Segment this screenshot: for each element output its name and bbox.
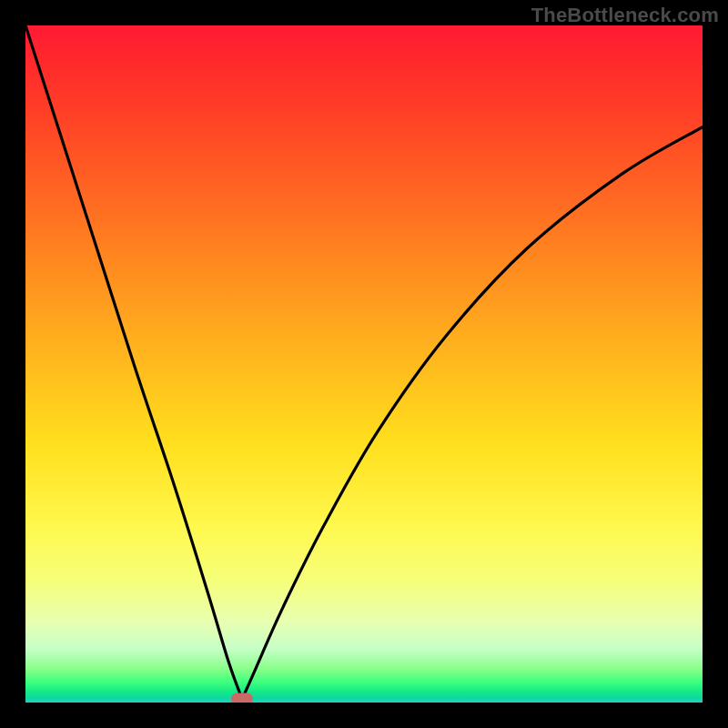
cusp-marker: [231, 693, 253, 703]
chart-frame: TheBottleneck.com: [0, 0, 728, 728]
curve-svg: [25, 25, 703, 703]
bottleneck-curve: [25, 25, 703, 699]
watermark-text: TheBottleneck.com: [531, 4, 719, 27]
plot-area: [25, 25, 703, 703]
